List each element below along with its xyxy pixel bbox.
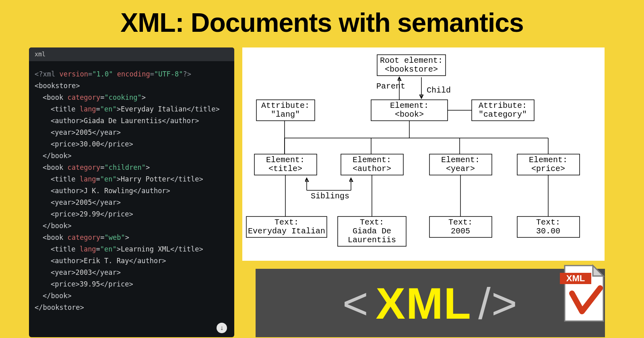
tree-attr-lang-line2: "lang" [271,110,300,119]
tree-text-author-line2: Giada De [353,227,391,236]
tree-root-line2: <bookstore> [385,65,438,74]
tree-text-author-line3: Laurentiis [348,235,396,245]
tree-book-line2: <book> [395,110,424,119]
page-title: XML: Documents with semantics [0,0,644,42]
tree-price-line2: <price> [531,164,565,173]
tree-text-year-line2: 2005 [451,227,470,236]
tree-text-author-line1: Text: [360,218,384,227]
xml-file-icon: XML [560,263,608,324]
tree-attr-cat-line1: Attribute: [479,101,527,110]
banner-text: < XML /> [343,278,518,329]
tree-title-line1: Element: [266,155,305,165]
banner-word: XML [376,278,472,329]
banner-gt: /> [478,278,518,329]
xml-banner: < XML /> XML [256,269,605,337]
svg-marker-30 [593,266,603,276]
scroll-down-icon[interactable]: ↓ [217,323,227,333]
tree-year-line1: Element: [441,155,480,165]
banner-lt: < [343,278,369,329]
tree-attr-cat-line2: "category" [479,110,527,119]
tree-author-line1: Element: [353,155,391,165]
tree-text-price-line2: 30.00 [536,227,560,236]
code-body: <?xml version="1.0" encoding="UTF-8"?><b… [29,61,234,321]
tree-text-title-line2: Everyday Italian [248,227,325,236]
tree-text-title-line1: Text: [275,218,299,227]
tree-book-line1: Element: [390,101,429,110]
tree-year-line2: <year> [446,164,475,173]
tree-root-line1: Root element: [380,56,443,65]
tree-text-year-line1: Text: [448,218,473,227]
tree-author-line2: <author> [353,164,391,173]
code-tab-label: xml [29,47,234,61]
code-panel: xml <?xml version="1.0" encoding="UTF-8"… [29,47,234,337]
tree-siblings-label: Siblings [311,192,349,201]
tree-parent-label: Parent [376,82,405,91]
tree-price-line1: Element: [529,155,568,165]
file-icon-badge: XML [566,273,585,283]
xml-tree-diagram: Root element: <bookstore> Parent Child E… [242,47,605,261]
tree-child-label: Child [427,86,451,95]
tree-text-price-line1: Text: [536,218,560,227]
tree-title-line2: <title> [268,164,302,173]
tree-attr-lang-line1: Attribute: [261,101,310,110]
